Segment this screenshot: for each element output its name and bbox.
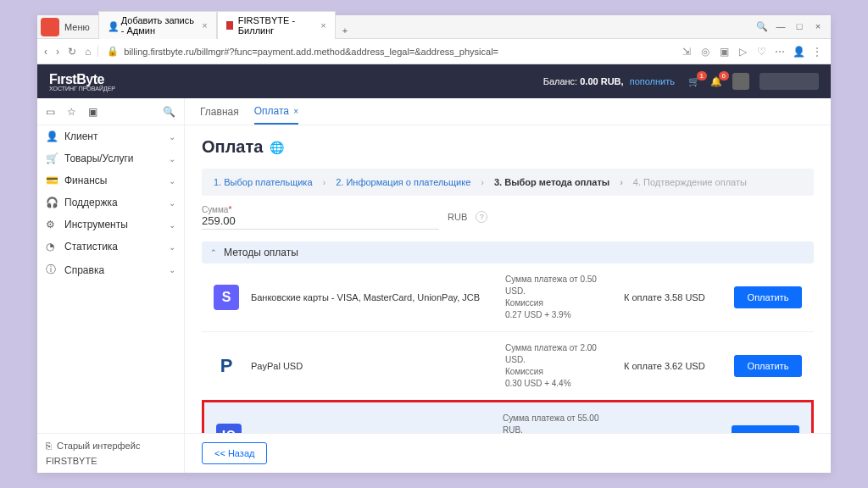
sidebar-item-label: Инструменты [64,219,128,230]
user-dropdown[interactable] [760,73,819,90]
profile-icon[interactable]: 👤 [792,46,805,58]
favicon [226,21,233,30]
sidebar-item-client[interactable]: 👤Клиент⌄ [37,125,184,147]
step-3: 3. Выбор метода оплаты [494,177,623,187]
chevron-down-icon: ⌄ [169,176,175,186]
search-icon[interactable]: 🔍 [163,106,175,118]
cart-badge: 1 [697,71,707,80]
browser-window: Меню 👤 Добавить запись - Админ × FIRSTBY… [37,15,831,473]
chevron-down-icon: ⌄ [169,265,175,274]
tab-active[interactable]: FIRSTBYTE - Биллинг × [217,11,336,39]
step-2[interactable]: 2. Информация о плательщике [336,177,484,187]
briefcase-icon[interactable]: ▣ [88,106,97,118]
minimize-icon[interactable]: — [773,21,788,32]
method-details: Сумма платежа от 2.00 USD.Комиссия0.30 U… [505,342,615,390]
amount-field[interactable]: Сумма* 259.00 [202,204,439,230]
method-details: Сумма платежа от 0.50 USD.Комиссия0.27 U… [505,274,615,321]
cart-icon: 🛒 [46,152,58,164]
sidebar-bottom: ⎘Старый интерфейс FIRSTBYTE [37,433,184,473]
method-title: PayPal USD [251,361,497,371]
headset-icon: 🎧 [46,197,58,208]
opera-menu-button[interactable] [41,18,59,36]
balance: Баланс: 0.00 RUB, пополнить [543,76,675,86]
exit-icon: ⎘ [46,441,52,451]
new-tab-button[interactable]: + [336,22,354,39]
close-window-icon[interactable]: × [810,21,826,32]
logo: FırstByte ХОСТИНГ ПРОВАЙДЕР [49,72,115,92]
yoomoney-icon: Ю [216,424,242,433]
app-header: FırstByte ХОСТИНГ ПРОВАЙДЕР Баланс: 0.00… [37,64,831,98]
company-name: FIRSTBYTE [46,456,175,466]
sidebar-item-label: Финансы [64,175,107,186]
payment-method-stripe[interactable]: S Банковские карты - VISA, MasterCard, U… [202,263,814,332]
ext-icon[interactable]: ⋯ [773,46,787,58]
reload-icon[interactable]: ↻ [68,46,76,58]
bell-badge: 6 [719,71,729,80]
titlebar: Меню 👤 Добавить запись - Админ × FIRSTBY… [37,15,831,39]
close-icon[interactable]: × [202,20,207,30]
tab-main[interactable]: Главная [200,106,239,118]
pay-button[interactable]: Оплатить [732,425,799,433]
avatar[interactable] [732,73,749,90]
method-details: Сумма платежа от 55.00 RUB.Комиссия25.00… [503,413,613,433]
logo-subtitle: ХОСТИНГ ПРОВАЙДЕР [49,86,115,92]
sidebar-item-stats[interactable]: ◔Статистика⌄ [37,236,184,258]
content: Оплата 🌐 1. Выбор плательщика 2. Информа… [185,125,831,433]
ext-icon[interactable]: ♡ [754,46,768,58]
ext-icon[interactable]: ◎ [698,46,712,58]
star-icon[interactable]: ☆ [67,106,76,118]
maximize-icon[interactable]: □ [792,21,807,32]
old-interface-link[interactable]: ⎘Старый интерфейс [46,441,175,451]
globe-icon: 🌐 [270,141,284,154]
back-icon[interactable]: ‹ [44,46,47,58]
payment-method-paypal[interactable]: P PayPal USD Сумма платежа от 2.00 USD.К… [202,332,814,401]
back-button[interactable]: << Назад [202,442,267,464]
tab-title: FIRSTBYTE - Биллинг [238,15,315,36]
close-icon[interactable]: × [293,107,298,116]
tab-payment[interactable]: Оплата × [254,105,298,125]
person-icon: 👤 [108,21,116,30]
methods-header[interactable]: ⌃ Методы оплаты [202,241,814,263]
sidebar-item-products[interactable]: 🛒Товары/Услуги⌄ [37,147,184,169]
help-icon[interactable]: ? [476,211,487,223]
chevron-down-icon: ⌄ [169,242,175,252]
address-extensions: ⇲ ◎ ▣ ▷ ♡ ⋯ 👤 ⋮ [680,46,824,58]
home-icon[interactable]: ⌂ [85,46,91,58]
main: Главная Оплата × Оплата 🌐 1. Выбор плате… [185,98,831,473]
lock-icon: 🔒 [107,46,119,57]
sidebar-icon[interactable]: ▭ [46,106,55,118]
amount-value: 259.00 [202,214,439,230]
amount-row: Сумма* 259.00 RUB ? [202,204,814,230]
ext-icon[interactable]: ▷ [736,46,749,58]
pay-button[interactable]: Оплатить [734,286,802,308]
pay-button[interactable]: Оплатить [734,355,802,377]
paypal-icon: P [214,353,239,379]
cart-icon[interactable]: 🛒1 [688,76,700,87]
sidebar-item-support[interactable]: 🎧Поддержка⌄ [37,191,184,214]
ext-icon[interactable]: ▣ [717,46,731,58]
url-box[interactable]: 🔒 billing.firstbyte.ru/billmgr#?func=pay… [97,46,673,57]
gear-icon: ⚙ [46,219,58,230]
forward-icon[interactable]: › [56,46,59,58]
topup-link[interactable]: пополнить [630,76,675,86]
payment-method-rf-cards[interactable]: Ю Банковские карты РФ (Мир и др) Сумма п… [202,400,814,433]
balance-value: 0.00 RUB, [580,76,623,86]
menu-dots-icon[interactable]: ⋮ [810,46,824,58]
ext-icon[interactable]: ⇲ [680,46,693,58]
search-icon[interactable]: 🔍 [754,21,770,32]
sidebar-item-finance[interactable]: 💳Финансы⌄ [37,169,184,191]
sidebar-item-label: Справка [64,264,104,276]
close-icon[interactable]: × [320,20,326,30]
bell-icon[interactable]: 🔔6 [710,76,722,87]
chevron-down-icon: ⌄ [169,220,175,230]
chevron-down-icon: ⌄ [169,132,175,141]
menu-label: Меню [64,22,90,32]
chart-icon: ◔ [46,241,58,252]
payment-steps: 1. Выбор плательщика 2. Информация о пла… [202,169,814,196]
tab-inactive[interactable]: 👤 Добавить запись - Админ × [98,11,217,39]
sidebar-item-tools[interactable]: ⚙Инструменты⌄ [37,214,184,236]
info-icon: ⓘ [46,263,58,277]
sidebar-item-help[interactable]: ⓘСправка⌄ [37,258,184,282]
old-interface-label: Старый интерфейс [57,441,140,451]
step-1[interactable]: 1. Выбор плательщика [214,177,326,187]
